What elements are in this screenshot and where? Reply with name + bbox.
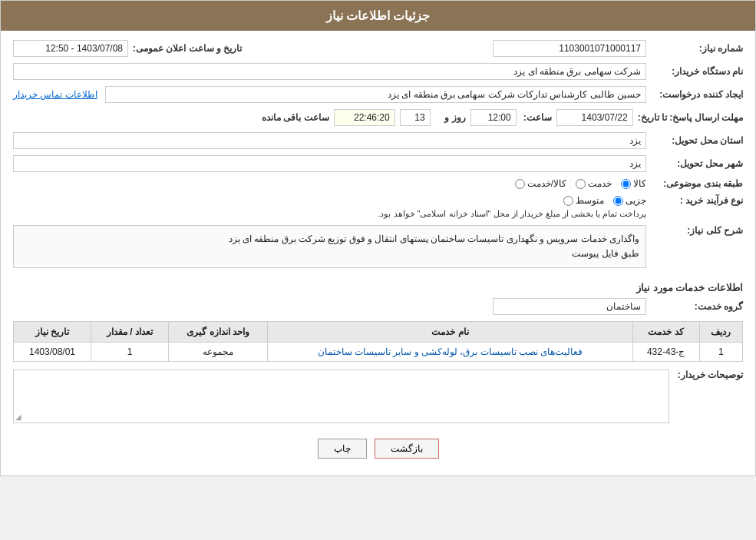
province-label: استان محل تحویل: xyxy=(651,135,743,146)
services-table: ردیف کد خدمت نام خدمت واحد اندازه گیری ت… xyxy=(13,321,743,362)
cell-code: ج-43-432 xyxy=(632,343,699,362)
service-group-value: ساختمان xyxy=(493,298,646,315)
category-kala-khedmat-label: کالا/خدمت xyxy=(527,178,566,189)
process-motavaset-label: متوسط xyxy=(576,195,604,206)
province-value: یزد xyxy=(13,132,646,149)
description-value: واگذاری خدمات سرویس و نگهداری تاسیسات سا… xyxy=(13,225,646,268)
city-label: شهر محل تحویل: xyxy=(651,158,743,169)
resize-icon: ◢ xyxy=(15,412,21,421)
deadline-date: 1403/07/22 xyxy=(556,109,633,126)
deadline-days-label: روز و xyxy=(435,112,466,123)
service-group-label: گروه خدمت: xyxy=(651,301,743,312)
deadline-time: 12:00 xyxy=(470,109,517,126)
deadline-days: 13 xyxy=(400,109,431,126)
description-label: شرح کلی نیاز: xyxy=(651,225,743,236)
cell-unit: مجموعه xyxy=(168,343,267,362)
col-header-date: تاریخ نیاز xyxy=(14,322,91,343)
process-jazei-label: جزیی xyxy=(626,195,646,206)
requester-org-value: شرکت سهامی برق منطقه ای یزد xyxy=(13,63,646,80)
deadline-remaining: 22:46:20 xyxy=(334,109,395,126)
process-jazei-item[interactable]: جزیی xyxy=(613,195,646,206)
category-kala-khedmat-item[interactable]: کالا/خدمت xyxy=(515,178,566,189)
category-kala-item[interactable]: کالا xyxy=(621,178,646,189)
creator-label: ایجاد کننده درخواست: xyxy=(651,89,743,100)
need-number-label: شماره نیاز: xyxy=(651,43,743,54)
col-header-code: کد خدمت xyxy=(632,322,699,343)
public-announce-value: 1403/07/08 - 12:50 xyxy=(13,40,128,57)
process-motavaset-item[interactable]: متوسط xyxy=(563,195,604,206)
table-row: 1 ج-43-432 فعالیت‌های نصب تاسیسات برق، ل… xyxy=(14,343,743,362)
buttons-row: بازگشت چاپ xyxy=(13,431,743,466)
category-khedmat-radio[interactable] xyxy=(576,179,586,189)
city-value: یزد xyxy=(13,155,646,172)
cell-quantity: 1 xyxy=(91,343,169,362)
buyer-notes-box[interactable]: ◢ xyxy=(13,369,669,423)
category-kala-radio[interactable] xyxy=(621,179,631,189)
buyer-notes-label: توصیحات خریدار: xyxy=(674,369,743,380)
process-jazei-radio[interactable] xyxy=(613,196,623,206)
page-title: جزئیات اطلاعات نیاز xyxy=(1,1,755,31)
cell-row: 1 xyxy=(699,343,742,362)
cell-name: فعالیت‌های نصب تاسیسات برق، لوله‌کشی و س… xyxy=(268,343,632,362)
services-section-title: اطلاعات خدمات مورد نیاز xyxy=(13,282,743,293)
creator-contact-link[interactable]: اطلاعات تماس خریدار xyxy=(13,89,97,100)
requester-org-label: نام دستگاه خریدار: xyxy=(651,66,743,77)
cell-date: 1403/08/01 xyxy=(14,343,91,362)
back-button[interactable]: بازگشت xyxy=(375,439,439,459)
col-header-unit: واحد اندازه گیری xyxy=(168,322,267,343)
category-kala-label: کالا xyxy=(633,178,646,189)
process-radio-group: متوسط جزیی xyxy=(13,195,646,206)
need-number-value: 1103001071000117 xyxy=(493,40,646,57)
process-motavaset-radio[interactable] xyxy=(563,196,573,206)
print-button[interactable]: چاپ xyxy=(318,439,367,459)
category-radio-group: کالا/خدمت خدمت کالا xyxy=(515,178,646,189)
category-khedmat-item[interactable]: خدمت xyxy=(576,178,612,189)
deadline-time-label: ساعت: xyxy=(521,112,552,123)
col-header-name: نام خدمت xyxy=(268,322,632,343)
creator-value: حسین طالبی کارشناس تدارکات شرکت سهامی بر… xyxy=(105,86,646,103)
process-label: نوع فرآیند خرید : xyxy=(651,195,743,206)
category-label: طبقه بندی موضوعی: xyxy=(651,178,743,189)
buyer-notes-section: توصیحات خریدار: ◢ xyxy=(13,369,743,423)
deadline-remaining-label: ساعت باقی مانده xyxy=(262,112,329,123)
category-khedmat-label: خدمت xyxy=(588,178,612,189)
col-header-row: ردیف xyxy=(699,322,742,343)
public-announce-label: تاریخ و ساعت اعلان عمومی: xyxy=(133,43,242,54)
process-note: پرداخت تمام یا بخشی از مبلغ خریدار از مح… xyxy=(13,209,646,219)
category-kala-khedmat-radio[interactable] xyxy=(515,179,525,189)
deadline-label: مهلت ارسال پاسخ: تا تاریخ: xyxy=(638,112,743,123)
col-header-quantity: تعداد / مقدار xyxy=(91,322,169,343)
